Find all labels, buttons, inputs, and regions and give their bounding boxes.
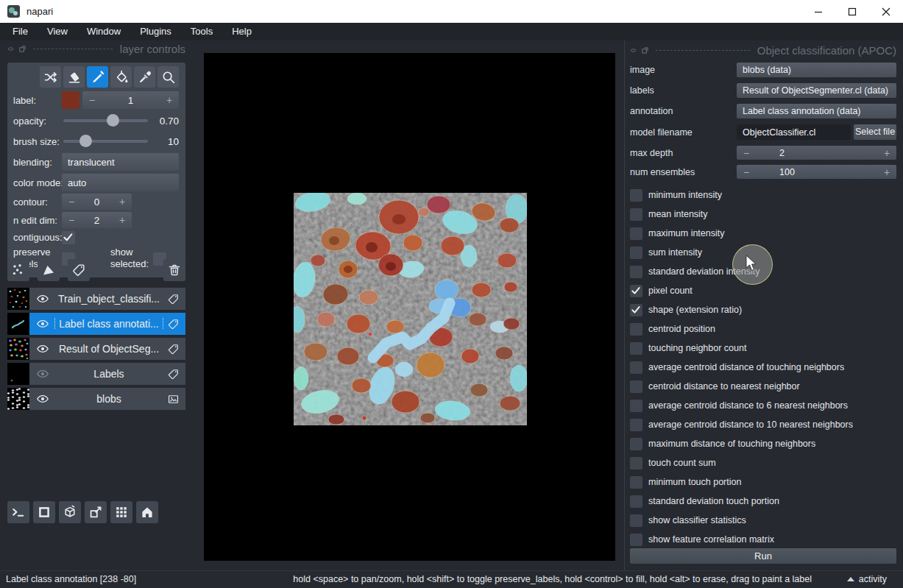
activity-toggle[interactable]: activity [847, 574, 887, 584]
float-dock-icon[interactable] [19, 46, 26, 52]
layer-row-labels[interactable]: Labels [7, 363, 185, 385]
menu-file[interactable]: File [3, 23, 38, 40]
status-bar: Label class annotation [238 -80] hold <s… [0, 570, 903, 588]
pan-zoom-button[interactable] [157, 66, 179, 88]
increment-icon[interactable]: + [113, 214, 132, 226]
checkbox-mean-intensity[interactable] [630, 208, 642, 221]
layer-list-buttons [7, 259, 185, 281]
grid-view-button[interactable] [110, 501, 132, 523]
eye-icon[interactable] [36, 292, 51, 305]
shuffle-colors-button[interactable] [40, 66, 61, 88]
eraser-button[interactable] [63, 66, 85, 88]
brush-size-slider[interactable] [62, 132, 149, 150]
viewer-canvas[interactable] [204, 53, 615, 561]
tag-icon [167, 343, 180, 355]
checkbox-sum-intensity[interactable] [630, 247, 642, 259]
eye-hidden-icon[interactable] [36, 367, 51, 380]
contour-spinbox[interactable]: − 0 + [62, 194, 132, 210]
select-file-button[interactable]: Select file [854, 124, 896, 140]
annotation-dropdown[interactable]: Label class annotation (data) [737, 104, 896, 118]
roll-dimensions-button[interactable] [59, 501, 81, 523]
checkbox-maximum-intensity[interactable] [630, 227, 642, 240]
toggle-ndisplay-button[interactable] [33, 501, 55, 523]
checkbox-centroid-position[interactable] [630, 323, 642, 336]
label-spinbox[interactable]: − 1 + [82, 91, 179, 109]
checkbox-standard-deviation-touch-portion[interactable] [630, 495, 642, 508]
num-ensembles-spinbox[interactable]: − 100 + [737, 165, 896, 179]
decrement-icon[interactable]: − [62, 196, 81, 208]
paintbrush-button[interactable] [87, 66, 108, 88]
checkbox-average-centroid-distance-to-10-nearest-neighbors[interactable] [630, 419, 642, 431]
tag-icon [167, 293, 180, 305]
checkbox-show-feature-correlation-matrix[interactable] [630, 534, 642, 546]
checkbox-touch-count-sum[interactable] [630, 457, 642, 470]
eye-icon[interactable] [36, 392, 51, 405]
checkbox-average-centroid-distance-of-touching-neighbors[interactable] [630, 361, 642, 374]
checkbox-label: maximum intensity [648, 228, 725, 238]
increment-icon[interactable]: + [160, 94, 179, 106]
layer-row-blobs[interactable]: blobs [7, 388, 185, 410]
color-mode-dropdown[interactable]: auto [62, 174, 179, 191]
increment-icon[interactable]: + [877, 166, 896, 178]
menu-plugins[interactable]: Plugins [130, 23, 181, 40]
decrement-icon[interactable]: − [82, 94, 102, 106]
blending-dropdown[interactable]: translucent [62, 153, 179, 171]
n-edit-dim-spinbox[interactable]: − 2 + [62, 212, 132, 228]
close-button[interactable] [869, 0, 903, 23]
status-help-text: hold <space> to pan/zoom, hold <shift> t… [293, 574, 812, 584]
feature-row: show feature correlation matrix [630, 530, 896, 549]
checkbox-maximum-distance-of-touching-neighbors[interactable] [630, 438, 642, 450]
checkbox-touching-neighbor-count[interactable] [630, 342, 642, 355]
checkbox-standard-deviation-intensity[interactable] [630, 266, 642, 278]
decrement-icon[interactable]: − [737, 147, 756, 159]
new-labels-layer-button[interactable] [68, 259, 90, 281]
float-dock-icon[interactable] [642, 47, 648, 54]
increment-icon[interactable]: + [113, 196, 132, 208]
new-points-layer-button[interactable] [7, 259, 29, 281]
checkbox-minimum-touch-portion[interactable] [630, 476, 642, 489]
delete-layer-button[interactable] [163, 259, 185, 281]
home-reset-view-button[interactable] [136, 501, 158, 523]
label-color-swatch[interactable] [62, 91, 79, 109]
eye-icon[interactable] [36, 342, 51, 355]
layer-row-result-of-objectseg[interactable]: Result of ObjectSeg... [7, 338, 185, 360]
checkbox-shape-extension-ratio-[interactable] [630, 304, 642, 316]
menu-view[interactable]: View [38, 23, 77, 40]
maximize-button[interactable] [835, 0, 869, 23]
minimize-button[interactable] [801, 0, 835, 23]
decrement-icon[interactable]: − [737, 166, 756, 178]
viewer-buttons [7, 501, 158, 523]
opacity-slider[interactable] [62, 112, 149, 130]
image-dropdown[interactable]: blobs (data) [737, 63, 896, 77]
menu-tools[interactable]: Tools [181, 23, 222, 40]
transpose-dimensions-button[interactable] [85, 501, 107, 523]
points-layer-icon [11, 263, 26, 277]
menu-help[interactable]: Help [222, 23, 261, 40]
fill-bucket-button[interactable] [110, 66, 132, 88]
color-picker-button[interactable] [134, 66, 155, 88]
max-depth-spinbox[interactable]: − 2 + [737, 146, 896, 160]
checkbox-show-classifier-statistics[interactable] [630, 514, 642, 527]
new-shapes-layer-button[interactable] [38, 259, 60, 281]
menu-window[interactable]: Window [77, 23, 130, 40]
run-button[interactable]: Run [630, 548, 896, 564]
checkbox-minimum-intensity[interactable] [630, 189, 642, 202]
feature-row: pixel count [630, 281, 896, 300]
checkbox-pixel-count[interactable] [630, 285, 642, 297]
eye-icon[interactable] [36, 317, 51, 330]
layer-row-train-object-classifi[interactable]: Train_object_classifi... [7, 288, 185, 310]
n-edit-dim-label: n edit dim: [13, 215, 62, 226]
bucket-icon [114, 70, 129, 85]
checkbox-average-centroid-distance-to-6-nearest-neighbors[interactable] [630, 400, 642, 412]
increment-icon[interactable]: + [877, 147, 896, 159]
decrement-icon[interactable]: − [62, 214, 81, 226]
checkbox-centroid-distance-to-nearest-neighbor[interactable] [630, 380, 642, 393]
model-filename-input[interactable]: ObjectClassifier.cl [737, 124, 851, 140]
feature-row: maximum distance of touching neighbors [630, 434, 896, 453]
layer-row-label-class-annotati[interactable]: Label class annotati... [7, 313, 185, 335]
hide-dock-icon[interactable] [630, 47, 637, 54]
hide-dock-icon[interactable] [7, 46, 14, 52]
console-button[interactable] [7, 501, 29, 523]
contiguous-checkbox[interactable] [62, 231, 75, 244]
labels-dropdown[interactable]: Result of ObjectSegmenter.cl (data) [737, 83, 896, 98]
